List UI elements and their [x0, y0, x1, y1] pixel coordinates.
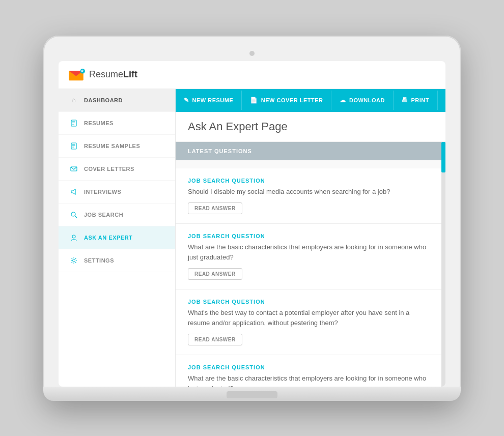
laptop-base [43, 387, 461, 401]
sidebar: ⌂ DASHBOARD RESUMES RESUME SAMPLES [59, 89, 176, 387]
svg-marker-13 [71, 189, 75, 194]
megaphone-icon [69, 187, 79, 197]
envelope-icon [69, 164, 79, 174]
question-text-3: What's the best way to contact a potenti… [188, 308, 429, 328]
content-area: ✎ NEW RESUME 📄 NEW COVER LETTER ☁ DOWNLO… [176, 89, 445, 387]
logo-icon: ★ [69, 69, 85, 81]
scrollbar-thumb[interactable] [441, 142, 445, 172]
sidebar-item-dashboard[interactable]: ⌂ DASHBOARD [59, 89, 175, 112]
sidebar-item-ask-an-expert[interactable]: ASK AN EXPERT [59, 226, 175, 249]
logo-bar: ★ ResumeLift [59, 61, 445, 89]
gear-icon [69, 255, 79, 266]
home-icon: ⌂ [69, 95, 79, 105]
svg-point-17 [73, 259, 75, 261]
spacer [176, 160, 441, 168]
search-icon [69, 210, 79, 220]
doc-add-icon: 📄 [250, 97, 258, 104]
read-answer-button-3[interactable]: READ ANSWER [188, 334, 242, 345]
laptop-screen: ★ ResumeLift ⌂ DASHBOARD [59, 61, 445, 387]
question-text-1: Should I disable my social media account… [188, 187, 429, 197]
samples-icon [69, 141, 79, 151]
print-icon: 🖶 [402, 97, 408, 104]
svg-line-15 [75, 216, 77, 218]
page-title: Ask An Expert Page [188, 120, 433, 133]
print-button[interactable]: 🖶 PRINT [394, 91, 438, 110]
question-text-2: What are the basic characteristics that … [188, 242, 429, 262]
sidebar-item-job-search[interactable]: JOB SEARCH [59, 204, 175, 226]
scrollbar-track[interactable] [441, 142, 445, 387]
new-cover-letter-button[interactable]: 📄 NEW COVER LETTER [242, 91, 331, 110]
question-card-3: JOB SEARCH QUESTION What's the best way … [176, 289, 441, 355]
read-answer-button-1[interactable]: READ ANSWER [188, 202, 242, 214]
svg-point-16 [72, 235, 75, 238]
question-text-4: What are the basic characteristics that … [188, 373, 429, 387]
sidebar-item-cover-letters[interactable]: COVER LETTERS [59, 158, 175, 181]
sidebar-item-resume-samples[interactable]: RESUME SAMPLES [59, 135, 175, 158]
new-resume-button[interactable]: ✎ NEW RESUME [176, 91, 242, 110]
sidebar-item-resumes[interactable]: RESUMES [59, 112, 175, 135]
download-button[interactable]: ☁ DOWNLOAD [331, 91, 394, 110]
toolbar: ✎ NEW RESUME 📄 NEW COVER LETTER ☁ DOWNLO… [176, 89, 445, 112]
question-card-2: JOB SEARCH QUESTION What are the basic c… [176, 224, 441, 289]
question-category-3: JOB SEARCH QUESTION [188, 299, 429, 305]
app-container: ★ ResumeLift ⌂ DASHBOARD [59, 61, 445, 387]
read-answer-button-2[interactable]: READ ANSWER [188, 268, 242, 280]
sidebar-item-settings[interactable]: SETTINGS [59, 249, 175, 272]
question-category-1: JOB SEARCH QUESTION [188, 178, 429, 184]
laptop-trackpad[interactable] [227, 391, 277, 398]
sidebar-item-interviews[interactable]: INTERVIEWS [59, 181, 175, 204]
content-header: Ask An Expert Page [176, 112, 445, 142]
question-category-2: JOB SEARCH QUESTION [188, 233, 429, 239]
cloud-download-icon: ☁ [340, 97, 346, 104]
svg-text:★: ★ [80, 69, 84, 73]
laptop-camera [249, 51, 255, 56]
doc-icon [69, 118, 79, 128]
main-layout: ⌂ DASHBOARD RESUMES RESUME SAMPLES [59, 89, 445, 387]
question-card-1: JOB SEARCH QUESTION Should I disable my … [176, 168, 441, 224]
logo-text: ResumeLift [89, 69, 137, 80]
section-title: LATEST QUESTIONS [188, 148, 252, 154]
question-card-4: JOB SEARCH QUESTION What are the basic c… [176, 355, 441, 387]
email-button[interactable]: ✉ EMAIL [438, 91, 445, 110]
svg-point-14 [71, 212, 75, 216]
content-body[interactable]: LATEST QUESTIONS JOB SEARCH QUESTION Sho… [176, 142, 445, 387]
edit-icon: ✎ [184, 97, 189, 104]
section-header: LATEST QUESTIONS [176, 142, 441, 160]
expert-icon [69, 232, 79, 243]
question-category-4: JOB SEARCH QUESTION [188, 364, 429, 370]
